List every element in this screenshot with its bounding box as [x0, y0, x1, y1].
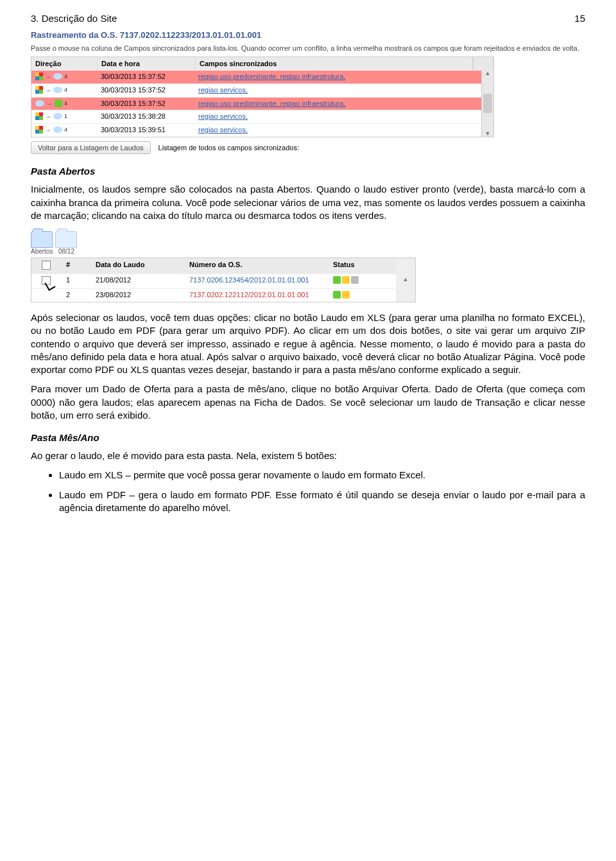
scroll-down-icon[interactable]: ▼: [482, 130, 493, 137]
col-index: #: [61, 258, 90, 274]
cloud-icon: [53, 126, 62, 133]
table-row[interactable]: →4 30/03/2013 15:37:52 regiao servicos,: [31, 83, 481, 97]
cloud-icon: [35, 100, 44, 107]
direction-icons: →4: [35, 126, 67, 134]
scroll-thumb[interactable]: [483, 94, 492, 113]
tracking-title: Rastreamento da O.S. 7137.0202.112233/20…: [31, 30, 585, 40]
direction-icons: →4: [35, 73, 67, 80]
os-number-link[interactable]: 7137.0202.122112/2012.01.01.01.001: [189, 291, 309, 299]
scrollbar-header: [473, 57, 493, 70]
tracking-screenshot: Rastreamento da O.S. 7137.0202.112233/20…: [31, 30, 585, 154]
sync-count: 4: [64, 73, 67, 80]
scrollbar[interactable]: ▲: [396, 274, 415, 288]
windows-icon: [35, 86, 43, 94]
post-selection-paragraph: Após selecionar os laudos, você tem duas…: [31, 311, 585, 376]
status-green-icon: [333, 276, 341, 284]
pasta-abertos-heading: Pasta Abertos: [31, 166, 585, 177]
col-status: Status: [328, 258, 396, 274]
list-item: Laudo em PDF – gera o laudo em formato P…: [59, 489, 585, 515]
status-green-icon: [333, 291, 341, 299]
os-number-link[interactable]: 7137.0206.123454/2012.01.01.01.001: [189, 276, 309, 284]
windows-icon: [35, 126, 43, 134]
pasta-abertos-paragraph: Inicialmente, os laudos sempre são coloc…: [31, 183, 585, 222]
col-direction: Direção: [31, 57, 98, 70]
row-checkbox[interactable]: [42, 276, 51, 285]
cell-datetime: 30/03/2013 15:39:51: [97, 124, 194, 137]
folder-icon: [55, 231, 77, 248]
arrow-right-icon: →: [46, 100, 53, 107]
scrollbar[interactable]: [396, 289, 415, 302]
page-header: 3. Descrição do Site 15: [31, 13, 585, 24]
table-row[interactable]: →4 30/03/2013 15:37:52 regiao uso predom…: [31, 70, 481, 83]
sync-fields-link[interactable]: regiao servicos,: [198, 126, 248, 134]
cell-date: 21/08/2012: [90, 274, 184, 288]
status-yellow-icon: [342, 291, 350, 299]
cell-datetime: 30/03/2013 15:37:52: [97, 71, 194, 83]
windows-icon: [35, 73, 43, 80]
folder-tab-label: 08/12: [58, 248, 74, 255]
arrow-right-icon: →: [45, 73, 51, 80]
table-row[interactable]: 2 23/08/2012 7137.0202.122112/2012.01.01…: [31, 288, 415, 302]
pasta-mesano-intro: Ao gerar o laudo, ele é movido para esta…: [31, 449, 585, 462]
sync-count: 4: [64, 126, 67, 133]
sync-fields-link[interactable]: regiao servicos,: [198, 112, 248, 120]
arrow-right-icon: →: [45, 126, 51, 134]
col-os-number: Número da O.S.: [184, 258, 328, 274]
sync-fields-link[interactable]: regiao uso predominante, regiao infraest…: [198, 100, 345, 107]
status-icons: [333, 291, 350, 299]
direction-icons: →1: [35, 112, 67, 120]
table-row[interactable]: 1 21/08/2012 7137.0206.123454/2012.01.01…: [31, 274, 415, 288]
pasta-mesano-heading: Pasta Mês/Ano: [31, 432, 585, 443]
cloud-icon: [53, 73, 62, 80]
folder-tab-abertos[interactable]: Abertos: [31, 231, 53, 255]
arrow-right-icon: →: [45, 87, 51, 94]
back-to-list-button[interactable]: Voltar para a Listagem de Laudos: [31, 141, 151, 154]
cloud-icon: [53, 113, 62, 119]
col-laudo-date: Data do Laudo: [90, 258, 184, 274]
sync-count: 4: [64, 100, 67, 107]
all-sync-fields-label: Listagem de todos os campos sincronizado…: [158, 144, 300, 152]
mesano-bullet-list: Laudo em XLS – permite que você possa ge…: [31, 469, 585, 514]
abertos-screenshot: Abertos 08/12 # Data do Laudo Número da …: [31, 231, 416, 302]
folder-tab-label: Abertos: [31, 248, 53, 255]
status-yellow-icon: [342, 276, 350, 284]
select-all-checkbox[interactable]: [42, 261, 51, 270]
scroll-up-icon[interactable]: ▲: [482, 70, 493, 76]
cell-index: 1: [61, 274, 90, 288]
laudos-table-header: # Data do Laudo Número da O.S. Status: [31, 258, 415, 274]
windows-icon: [35, 112, 43, 120]
col-sync-fields: Campos sincronizados: [196, 57, 473, 70]
move-offer-paragraph: Para mover um Dado de Oferta para a past…: [31, 383, 585, 422]
table-row[interactable]: →4 30/03/2013 15:39:51 regiao servicos,: [31, 123, 481, 137]
scroll-up-icon[interactable]: ▲: [401, 276, 410, 283]
folder-tabs: Abertos 08/12: [31, 231, 416, 255]
cell-datetime: 30/03/2013 15:37:52: [97, 84, 194, 97]
cell-datetime: 30/03/2013 15:38:28: [97, 110, 194, 123]
cell-datetime: 30/03/2013 15:37:52: [97, 98, 194, 110]
tracking-table: Direção Data e hora Campos sincronizados…: [31, 57, 494, 137]
cloud-icon: [53, 87, 62, 93]
page-number: 15: [574, 13, 585, 24]
tracking-description: Passe o mouse na coluna de Campos sincro…: [31, 44, 585, 53]
folder-tab-month[interactable]: 08/12: [55, 231, 77, 255]
section-title: 3. Descrição do Site: [31, 13, 117, 24]
table-row[interactable]: →4 30/03/2013 15:37:52 regiao uso predom…: [31, 97, 481, 110]
laudos-table: # Data do Laudo Número da O.S. Status 1 …: [31, 257, 416, 302]
direction-icons: →4: [35, 100, 67, 107]
status-icons: [333, 276, 359, 284]
table-row[interactable]: →1 30/03/2013 15:38:28 regiao servicos,: [31, 110, 481, 123]
folder-icon: [31, 231, 53, 248]
cell-index: 2: [61, 289, 90, 302]
scrollbar[interactable]: ▲ ▼: [481, 70, 493, 137]
sync-count: 1: [64, 113, 67, 119]
col-datetime: Data e hora: [98, 57, 196, 70]
list-item: Laudo em XLS – permite que você possa ge…: [59, 469, 585, 482]
arrow-right-icon: →: [45, 113, 51, 120]
status-gray-icon: [351, 276, 359, 284]
sync-fields-link[interactable]: regiao uso predominante, regiao infraest…: [198, 73, 345, 80]
sync-count: 4: [64, 87, 67, 93]
scrollbar-header: [396, 258, 415, 274]
sync-fields-link[interactable]: regiao servicos,: [198, 86, 248, 94]
tracking-table-header: Direção Data e hora Campos sincronizados: [31, 57, 493, 70]
cell-date: 23/08/2012: [90, 289, 184, 302]
